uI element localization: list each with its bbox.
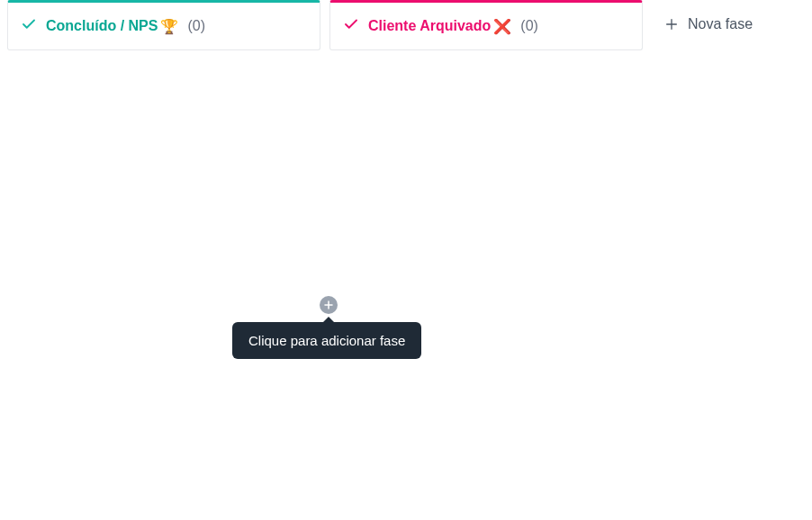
column-header[interactable]: Concluído / NPS 🏆 (0) <box>7 0 320 50</box>
kanban-column: Concluído / NPS 🏆 (0) <box>7 0 320 59</box>
column-title: Cliente Arquivado ❌ <box>368 18 511 35</box>
plus-icon <box>664 17 679 31</box>
checkmark-icon <box>21 16 37 36</box>
column-title: Concluído / NPS 🏆 <box>46 18 178 35</box>
kanban-board: Concluído / NPS 🏆 (0) Cliente Arquivado … <box>0 0 812 520</box>
column-count: (0) <box>187 18 205 34</box>
new-phase-button[interactable]: Nova fase <box>657 7 760 41</box>
plus-icon <box>323 300 334 310</box>
kanban-column: Cliente Arquivado ❌ (0) <box>329 0 643 59</box>
insert-phase-between-button[interactable] <box>320 296 338 314</box>
insert-phase-tooltip: Clique para adicionar fase <box>232 322 421 359</box>
cross-mark-icon: ❌ <box>493 18 511 35</box>
new-phase-label: Nova fase <box>688 16 753 32</box>
column-count: (0) <box>520 18 538 34</box>
column-header[interactable]: Cliente Arquivado ❌ (0) <box>329 0 643 50</box>
checkmark-icon <box>343 16 359 36</box>
trophy-icon: 🏆 <box>160 18 178 35</box>
